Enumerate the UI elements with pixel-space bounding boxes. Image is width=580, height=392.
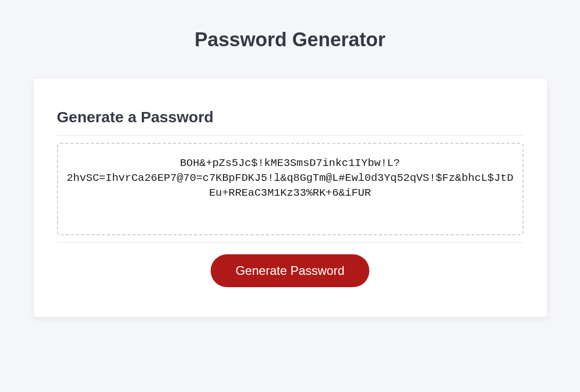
divider-top <box>57 135 523 136</box>
page-title: Password Generator <box>195 29 386 51</box>
password-output: BOH&+pZs5Jc$!kME3SmsD7inkc1IYbw!L?2hvSC=… <box>57 143 523 235</box>
card-heading: Generate a Password <box>57 108 523 126</box>
generate-password-button[interactable]: Generate Password <box>211 254 369 287</box>
divider-bottom <box>57 242 523 243</box>
generator-card: Generate a Password BOH&+pZs5Jc$!kME3Sms… <box>33 79 547 317</box>
button-row: Generate Password <box>57 254 523 287</box>
